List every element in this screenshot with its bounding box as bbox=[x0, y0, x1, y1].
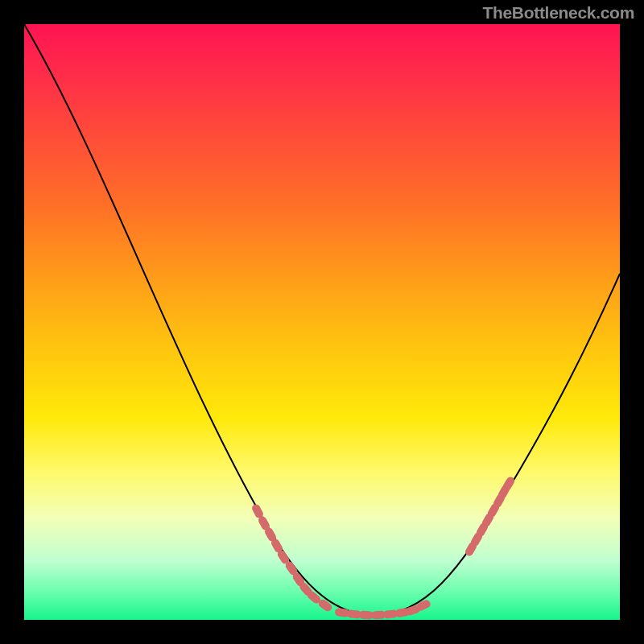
bottleneck-curve bbox=[24, 24, 620, 615]
attribution-label: TheBottleneck.com bbox=[482, 3, 634, 23]
plot-area bbox=[24, 24, 620, 620]
chart-frame: TheBottleneck.com bbox=[0, 0, 644, 644]
curve-markers bbox=[250, 476, 516, 620]
curve-layer bbox=[24, 24, 620, 620]
